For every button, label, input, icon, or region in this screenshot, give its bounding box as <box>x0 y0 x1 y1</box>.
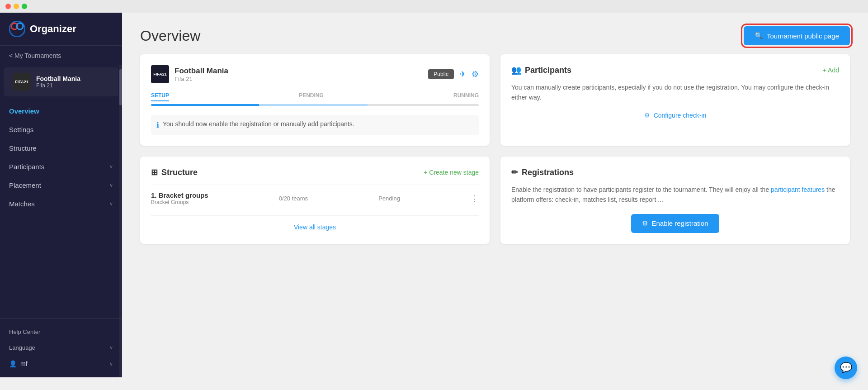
main-header: Overview 🔍 Tournament public page <box>122 13 868 54</box>
chat-bubble-button[interactable]: 💬 <box>835 357 857 379</box>
participants-icon: 👥 <box>511 65 521 75</box>
nav-matches-label: Matches <box>9 200 35 208</box>
running-label: RUNNING <box>453 92 479 101</box>
view-all-stages-link[interactable]: View all stages <box>294 224 336 231</box>
structure-card-header: ⊞ Structure + Create new stage <box>151 167 479 177</box>
share-icon[interactable]: ✈ <box>459 69 466 79</box>
nav-overview-label: Overview <box>9 107 39 115</box>
add-participant-button[interactable]: + Add <box>823 67 839 74</box>
window-chrome <box>0 0 868 13</box>
tournament-card-right: Public ✈ ⚙ <box>428 69 479 79</box>
sidebar-item-placement[interactable]: Placement ∨ <box>0 176 122 195</box>
tournament-badge: FIFA21 <box>151 65 169 83</box>
chevron-down-icon: ∨ <box>109 361 113 367</box>
nav-placement-label: Placement <box>9 181 41 189</box>
view-all-stages: View all stages <box>151 215 479 231</box>
app-title: Organizer <box>30 23 76 35</box>
sidebar-header: Organizer <box>0 13 122 46</box>
public-page-label: Tournament public page <box>767 32 839 40</box>
stage-menu-button[interactable]: ⋮ <box>471 194 479 204</box>
user-menu[interactable]: 👤 mf ∨ <box>0 356 122 372</box>
pending-label: PENDING <box>299 92 324 101</box>
stage-status: Pending <box>378 195 400 202</box>
tournament-card-details: Football Mania Fifa 21 <box>175 67 228 82</box>
chevron-down-icon: ∨ <box>109 201 113 207</box>
info-message: ℹ You should now enable the registration… <box>151 115 479 135</box>
tournament-card-left: FIFA21 Football Mania Fifa 21 <box>151 65 228 83</box>
nav-section: Overview Settings Structure Participants… <box>0 98 122 318</box>
overview-tournament-name: Football Mania <box>175 67 228 76</box>
nav-structure-label: Structure <box>9 144 37 152</box>
stage-name: 1. Bracket groups <box>151 191 208 199</box>
stage-type: Bracket Groups <box>151 199 208 205</box>
overview-game-name: Fifa 21 <box>175 76 228 82</box>
progress-section: SETUP PENDING RUNNING <box>151 92 479 106</box>
settings-icon[interactable]: ⚙ <box>472 69 479 79</box>
structure-card: ⊞ Structure + Create new stage 1. Bracke… <box>140 157 490 244</box>
my-tournaments-label: < My Tournaments <box>9 52 61 59</box>
enable-reg-gear-icon: ⚙ <box>642 219 648 228</box>
nav-participants-label: Participants <box>9 163 44 171</box>
user-label: mf <box>20 360 28 367</box>
registrations-title: ✏ Registrations <box>511 167 574 177</box>
sidebar-footer: Help Center Language ∨ 👤 mf ∨ <box>0 318 122 377</box>
setup-label: SETUP <box>151 92 169 101</box>
progress-bar <box>151 104 479 106</box>
enable-reg-label: Enable registration <box>651 219 708 227</box>
scroll-indicator[interactable] <box>119 65 122 377</box>
tournament-public-page-button[interactable]: 🔍 Tournament public page <box>744 26 850 45</box>
tournament-logo: FIFA21 <box>13 73 31 91</box>
registrations-description: Enable the registration to have particip… <box>511 185 839 205</box>
configure-checkin-link[interactable]: ⚙ Configure check-in <box>511 112 839 119</box>
info-text: You should now enable the registration o… <box>163 120 354 128</box>
structure-grid-icon: ⊞ <box>151 167 158 177</box>
enable-registration-button[interactable]: ⚙ Enable registration <box>631 214 719 233</box>
create-stage-button[interactable]: + Create new stage <box>424 169 479 176</box>
page-title: Overview <box>140 28 200 44</box>
content-grid: FIFA21 Football Mania Fifa 21 Public ✈ ⚙… <box>122 54 868 262</box>
participants-description: You can manually create participants, es… <box>511 82 839 103</box>
info-icon: ℹ <box>156 121 159 129</box>
overview-card: FIFA21 Football Mania Fifa 21 Public ✈ ⚙… <box>140 54 490 146</box>
sidebar-item-structure[interactable]: Structure <box>0 139 122 157</box>
stage-teams: 0/20 teams <box>279 195 308 202</box>
configure-gear-icon: ⚙ <box>644 112 650 119</box>
chevron-down-icon: ∨ <box>109 182 113 188</box>
sidebar-item-overview[interactable]: Overview <box>0 102 122 120</box>
participant-features-link[interactable]: participant features <box>771 186 825 193</box>
my-tournaments-link[interactable]: < My Tournaments <box>0 46 122 66</box>
help-center-label: Help Center <box>9 328 40 335</box>
tournament-info: Football Mania Fifa 21 <box>36 75 80 89</box>
chat-icon: 💬 <box>840 362 852 374</box>
registrations-card: ✏ Registrations Enable the registration … <box>500 157 850 244</box>
language-link[interactable]: Language ∨ <box>0 340 122 356</box>
stage-info: 1. Bracket groups Bracket Groups <box>151 191 208 205</box>
search-icon: 🔍 <box>755 32 763 40</box>
logo-icon <box>9 21 25 37</box>
help-center-link[interactable]: Help Center <box>0 324 122 340</box>
sidebar-item-matches[interactable]: Matches ∨ <box>0 195 122 213</box>
participants-title: 👥 Participants <box>511 65 571 75</box>
tournament-item[interactable]: FIFA21 Football Mania Fifa 21 <box>4 67 118 96</box>
reg-desc-1: Enable the registration to have particip… <box>511 186 771 193</box>
tournament-game: Fifa 21 <box>36 82 80 89</box>
maximize-button[interactable] <box>22 4 27 9</box>
structure-title: ⊞ Structure <box>151 167 198 177</box>
main-content: Overview 🔍 Tournament public page FIFA21… <box>122 13 868 390</box>
nav-settings-label: Settings <box>9 126 33 133</box>
chevron-down-icon: ∨ <box>109 164 113 170</box>
close-button[interactable] <box>5 4 11 9</box>
registrations-pen-icon: ✏ <box>511 167 518 177</box>
tournament-name: Football Mania <box>36 75 80 82</box>
progress-fill <box>151 104 259 106</box>
sidebar-item-participants[interactable]: Participants ∨ <box>0 157 122 176</box>
overview-card-header: FIFA21 Football Mania Fifa 21 Public ✈ ⚙ <box>151 65 479 83</box>
progress-labels: SETUP PENDING RUNNING <box>151 92 479 101</box>
structure-row: 1. Bracket groups Bracket Groups 0/20 te… <box>151 185 479 212</box>
progress-pending <box>259 104 367 106</box>
enable-registration-container: ⚙ Enable registration <box>511 214 839 233</box>
status-badge: Public <box>428 69 454 79</box>
minimize-button[interactable] <box>14 4 19 9</box>
sidebar-item-settings[interactable]: Settings <box>0 120 122 139</box>
participants-card: 👥 Participants + Add You can manually cr… <box>500 54 850 146</box>
